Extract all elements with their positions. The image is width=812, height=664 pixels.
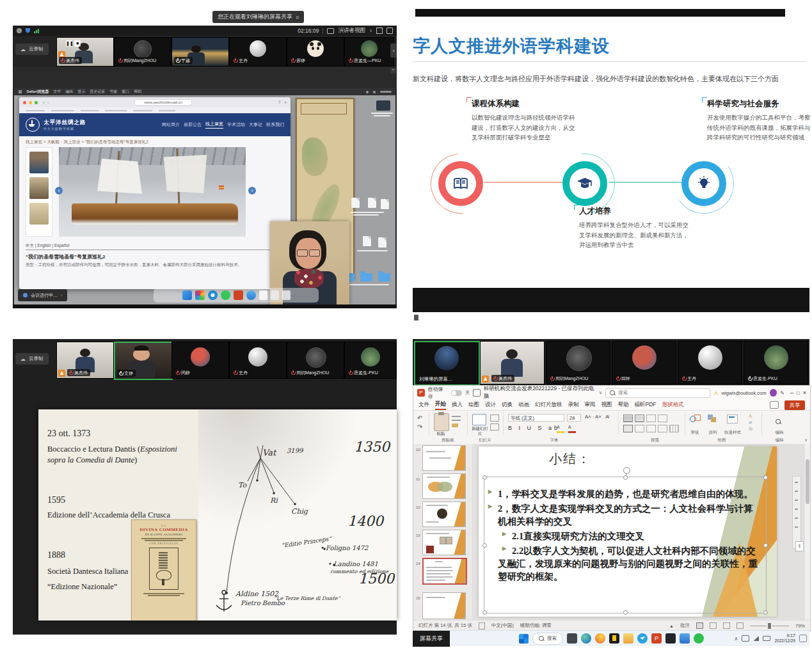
- strip-expand-arrow[interactable]: ›: [390, 43, 397, 58]
- share-button[interactable]: 共享: [784, 400, 805, 410]
- selected-textbox[interactable]: 1，学科交叉是学科发展的趋势，也是研究者思维自由的体现。 2，数字人文是实现学科…: [484, 477, 767, 613]
- rotate-handle[interactable]: [623, 467, 630, 474]
- dock-safari-icon[interactable]: [208, 290, 218, 300]
- notes-label[interactable]: 批注: [680, 622, 690, 629]
- dock-meeting-icon[interactable]: [246, 290, 256, 300]
- new-slide-icon[interactable]: [472, 414, 486, 425]
- grow-font-icon[interactable]: A˄: [585, 414, 591, 420]
- slide-sorter-icon[interactable]: [710, 622, 717, 629]
- wechat-taskbar-icon[interactable]: [694, 633, 704, 644]
- ribbon-collapse-icon[interactable]: ∨: [804, 438, 808, 443]
- participant-tile-speaking[interactable]: 文铮: [114, 342, 173, 380]
- maximize-icon[interactable]: □: [797, 390, 800, 396]
- spellcheck-icon[interactable]: [479, 622, 485, 629]
- forward-icon[interactable]: ›: [47, 100, 49, 106]
- close-icon[interactable]: ×: [803, 390, 806, 396]
- menu-help[interactable]: 帮助: [134, 89, 141, 95]
- powerpoint-taskbar-icon[interactable]: P: [651, 633, 662, 644]
- participant-tile[interactable]: 周玥MangZHOU: [114, 37, 171, 67]
- participant-tile[interactable]: 唐孟生—PKU: [344, 37, 394, 67]
- menu-history[interactable]: 历史记录: [90, 89, 105, 95]
- cloud-record-pill[interactable]: ☁ 云录制: [15, 353, 49, 365]
- participant-tile[interactable]: 唐孟生-PKU: [744, 341, 808, 384]
- zoom-slider[interactable]: [750, 623, 789, 629]
- participant-tile[interactable]: 于越: [171, 37, 229, 67]
- dock-wechat-icon[interactable]: [221, 290, 230, 300]
- section-icon[interactable]: [490, 423, 499, 431]
- view-mode-selector[interactable]: 演讲者视图: [338, 27, 365, 35]
- accessibility-status[interactable]: 辅助功能: 调查: [520, 622, 552, 629]
- participant-tile[interactable]: ♟ 吴杰伟: [480, 341, 545, 384]
- info-icon[interactable]: i: [17, 28, 22, 33]
- participant-tile[interactable]: 苏铮: [287, 37, 344, 67]
- clear-format-icon[interactable]: A̸: [605, 414, 609, 420]
- resize-handle[interactable]: [482, 475, 487, 480]
- participant-tile[interactable]: 唐孟生-PKU: [344, 342, 397, 379]
- language-switcher[interactable]: 中文 | English | Español: [26, 243, 69, 249]
- account-email[interactable]: wigwlx@outlook.com: [721, 390, 766, 396]
- participant-tile[interactable]: ❚❚ ■ ♟ 吴杰伟: [56, 37, 114, 67]
- apple-menu[interactable]: ⌘: [18, 90, 22, 95]
- line-spacing-icon[interactable]: [658, 415, 667, 422]
- battery-icon[interactable]: [763, 636, 770, 641]
- dock-folder-icon[interactable]: [271, 290, 279, 300]
- firefox-icon[interactable]: [595, 633, 605, 644]
- tab-record[interactable]: 录制: [568, 401, 579, 409]
- dock-powerpoint-icon[interactable]: [234, 290, 243, 300]
- columns-icon[interactable]: [658, 425, 667, 432]
- document-title[interactable]: 科研机构交流会发表20221229 - 已保存到此电脑: [484, 385, 596, 400]
- slide-thumb-current[interactable]: [422, 558, 467, 585]
- arrange-icon[interactable]: [708, 415, 717, 422]
- paste-label[interactable]: 粘贴: [434, 431, 448, 437]
- desktop-doc-icon[interactable]: [378, 237, 386, 248]
- pen-icon[interactable]: ✎: [780, 390, 784, 396]
- edge-icon[interactable]: [581, 633, 591, 644]
- arrange-label[interactable]: 排列: [705, 430, 720, 436]
- resize-handle[interactable]: [623, 475, 628, 480]
- align-center-icon[interactable]: [635, 425, 644, 432]
- desktop-folder-icon[interactable]: [360, 273, 372, 281]
- app-icon-dark[interactable]: [665, 633, 676, 644]
- resize-handle[interactable]: [763, 475, 768, 480]
- tray-expand-icon[interactable]: ∧: [735, 636, 738, 642]
- ship-photo[interactable]: [59, 147, 246, 237]
- slide-counter[interactable]: 幻灯片 第 14 张, 共 15 张: [418, 622, 472, 629]
- tab-review[interactable]: 审阅: [585, 401, 596, 409]
- tab-foxit-pdf[interactable]: 福昕PDF: [635, 401, 657, 409]
- participant-tile[interactable]: 周玥MangZHOU: [287, 342, 344, 379]
- tab-transitions[interactable]: 切换: [502, 401, 513, 409]
- tab-home-active[interactable]: 开始: [435, 400, 446, 410]
- headset-icon[interactable]: [742, 635, 749, 642]
- nav-item-active[interactable]: 线上展览: [205, 121, 223, 129]
- dock-finder-icon[interactable]: [182, 290, 192, 300]
- participant-tile[interactable]: 闫静: [171, 342, 229, 379]
- quick-styles-icon[interactable]: [727, 415, 738, 423]
- highlight-color-icon[interactable]: A: [557, 425, 564, 433]
- slide-thumb[interactable]: [422, 473, 466, 499]
- notifications-icon[interactable]: [799, 635, 807, 642]
- split-handle-icon[interactable]: ⇕: [795, 541, 804, 551]
- zoom-window-icon[interactable]: [35, 101, 38, 104]
- tab-shape-format[interactable]: 形状格式: [662, 401, 684, 409]
- resize-handle[interactable]: [763, 610, 768, 615]
- undo-icon[interactable]: ↶: [417, 415, 422, 422]
- dock-trash-icon[interactable]: [282, 290, 291, 300]
- warning-icon[interactable]: ⚠: [713, 390, 718, 396]
- resize-handle[interactable]: [482, 543, 487, 548]
- exit-fullscreen-icon[interactable]: [386, 28, 393, 34]
- slide-thumb[interactable]: [422, 445, 466, 471]
- slideshow-icon[interactable]: [736, 622, 744, 629]
- pause-record-icon[interactable]: ❚❚: [66, 40, 72, 47]
- cloud-record-pill[interactable]: ☁ 云录制: [15, 43, 49, 55]
- meeting-float-pill[interactable]: 会议进行中… ‹: [18, 289, 67, 301]
- back-icon[interactable]: ‹: [43, 100, 45, 106]
- align-left-icon[interactable]: [623, 425, 633, 432]
- windows-start-icon[interactable]: [519, 634, 529, 644]
- thumb-ship-2[interactable]: [29, 177, 49, 199]
- tab-draw[interactable]: 绘图: [468, 401, 479, 409]
- nav-item[interactable]: 大事记: [249, 122, 262, 128]
- taskbar-search[interactable]: 搜索: [532, 633, 563, 645]
- stop-record-icon[interactable]: ■: [74, 40, 81, 47]
- comments-icon[interactable]: [770, 401, 779, 409]
- save-icon[interactable]: [473, 389, 481, 397]
